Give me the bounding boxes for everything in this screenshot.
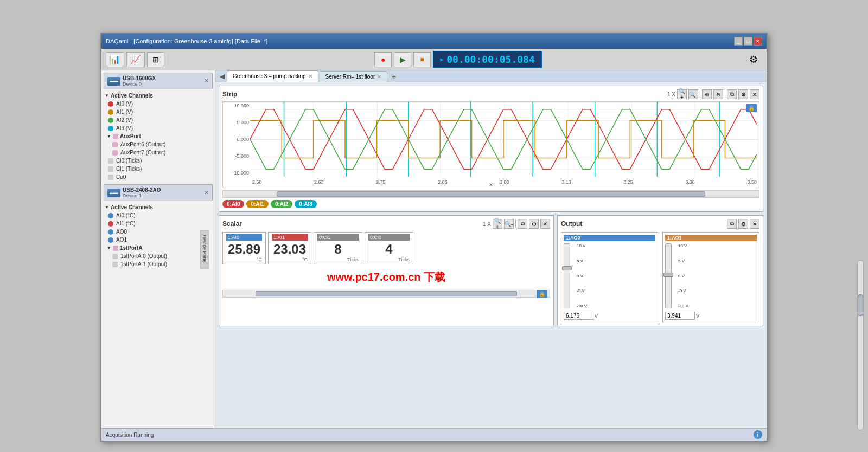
tab-add-button[interactable]: +	[388, 71, 399, 82]
scalar-scrollbar[interactable]: 🔒	[222, 290, 550, 298]
output-panel-controls: ⧉ ⚙ ✕	[727, 219, 760, 229]
channel-item-aux7: AuxPort:7 (Output)	[101, 148, 215, 157]
strip-zoom-out-button[interactable]: 🔍-	[688, 89, 698, 99]
device2-info: USB-2408-2AO Device 1	[123, 187, 161, 198]
badge-ai3[interactable]: 0:AI3	[295, 200, 316, 208]
output-scrollbar[interactable]	[857, 260, 864, 430]
scalar-copy-button[interactable]: ⧉	[518, 219, 527, 229]
status-text: Acquisition Running	[106, 432, 154, 438]
strip-zoom-in-button[interactable]: 🔍+	[677, 89, 687, 99]
ao0-slider-bar[interactable]	[564, 243, 570, 308]
strip-y-axis: 10.000 5.000 0.000 -5.000 -10.000	[223, 102, 250, 177]
play-button[interactable]: ▶	[394, 52, 411, 67]
d2-ao0-label: AO0	[116, 229, 127, 235]
output-copy-button[interactable]: ⧉	[727, 219, 737, 229]
device1-close-button[interactable]: ✕	[204, 78, 209, 85]
close-button[interactable]: ✕	[754, 37, 762, 46]
minimize-button[interactable]: _	[734, 37, 743, 46]
tab-greenhouse[interactable]: Greenhouse 3 – pump backup ✕	[227, 70, 318, 82]
status-info-icon: i	[757, 432, 759, 438]
ai1-color-dot	[108, 109, 113, 115]
x-325: 3.25	[623, 179, 633, 185]
stop-button[interactable]: ■	[413, 52, 431, 67]
scalar-ci0-header: 0:Ci0	[368, 234, 410, 241]
tab-back-button[interactable]: ◀	[218, 72, 227, 81]
add-math-button[interactable]: 📈	[126, 52, 145, 67]
device2-header: ▬▬ USB-2408-2AO Device 1 ✕	[104, 184, 213, 201]
scalar-values: 1:AI0 25.89 °C 1:AI1 23.03 °C 0:Ci1	[222, 232, 550, 264]
scalar-settings-button[interactable]: ⚙	[529, 219, 539, 229]
ao0-value-input[interactable]	[564, 312, 593, 320]
strip-chart-area: 10.000 5.000 0.000 -5.000 -10.000	[222, 101, 760, 188]
device2-close-button[interactable]: ✕	[204, 189, 209, 196]
record-button[interactable]: ●	[374, 52, 392, 67]
ao1-label-10n: -10 V	[678, 304, 688, 308]
scalar-zoom-out-button[interactable]: 🔍-	[504, 219, 514, 229]
channel-item-ai1: AI1 (V)	[101, 108, 215, 116]
output-close-button[interactable]: ✕	[750, 219, 760, 229]
scalar-scrollbar-thumb[interactable]	[256, 291, 517, 296]
aux7-color	[112, 150, 118, 156]
channel-item-d2-ai0: AI0 (°C)	[101, 211, 215, 219]
bottom-panels: Scalar 1 X 🔍+ 🔍- ⧉ ⚙ ✕	[219, 215, 763, 326]
add-channel-button[interactable]: 📊	[106, 52, 124, 67]
ao1-label-5n: -5 V	[678, 288, 688, 293]
auxport-arrow: ▼	[107, 134, 111, 139]
ao1-slider-bar[interactable]	[665, 243, 672, 308]
y-0: 0.000	[224, 137, 249, 142]
scalar-close-button[interactable]: ✕	[540, 219, 550, 229]
toolbar: 📊 📈 ⊞ ● ▶ ■ ▶ 00.00:00:05.084 ⚙	[101, 49, 767, 70]
channel-item-ai2: AI2 (V)	[101, 116, 215, 124]
config-button[interactable]: ⊞	[147, 52, 164, 67]
scalar-ai0-value: 25.89	[226, 242, 262, 257]
scalar-panel-controls: 1 X 🔍+ 🔍- ⧉ ⚙ ✕	[483, 219, 550, 229]
output-channels: 1:AO0 10 V 5 V 0 V	[561, 232, 760, 322]
strip-remove-channel-button[interactable]: ⊖	[713, 89, 723, 99]
output-scrollbar-thumb[interactable]	[858, 294, 863, 316]
ao1-value-input[interactable]	[665, 312, 695, 320]
ao0-slider-thumb[interactable]	[562, 266, 572, 270]
channel-item-ai3: AI3 (V)	[101, 124, 215, 132]
firstporta-arrow: ▼	[107, 246, 111, 250]
output-settings-button[interactable]: ⚙	[738, 219, 748, 229]
device-panel-label: Device Panel	[200, 230, 208, 268]
maximize-button[interactable]: □	[744, 37, 752, 46]
status-info-button[interactable]: i	[754, 430, 762, 439]
firstporta-color	[113, 246, 118, 251]
badge-ai1[interactable]: 0:AI1	[246, 200, 268, 208]
strip-settings-button[interactable]: ⚙	[738, 89, 748, 99]
badge-ai2[interactable]: 0:AI2	[271, 200, 292, 208]
ao0-label-0: 0 V	[577, 274, 587, 279]
strip-close-button[interactable]: ✕	[750, 89, 760, 99]
strip-panel-header: Strip 1 X 🔍+ 🔍- ⊕ ⊖ ⧉ ⚙ ✕	[222, 89, 760, 99]
tab-server[interactable]: Server Rm– 1st floor ✕	[320, 71, 388, 82]
active-channels-2-header[interactable]: ▼ Active Channels	[101, 203, 215, 211]
scalar-lock-icon[interactable]: 🔒	[537, 290, 547, 298]
ai0-label: AI0 (V)	[116, 101, 133, 107]
tab-server-close[interactable]: ✕	[377, 74, 381, 80]
badge-ai0[interactable]: 0:AI0	[222, 200, 244, 208]
d2-ai1-color	[108, 221, 113, 227]
config-icon: ⊞	[152, 55, 159, 64]
strip-scrollbar-thumb[interactable]	[277, 191, 705, 197]
device1-icon: ▬▬	[107, 77, 120, 86]
strip-copy-button[interactable]: ⧉	[727, 89, 737, 99]
firstporta-header[interactable]: ▼ 1stPortA	[101, 244, 215, 252]
auxport-header[interactable]: ▼ AuxPort	[101, 132, 215, 140]
scalar-panel-header: Scalar 1 X 🔍+ 🔍- ⧉ ⚙ ✕	[222, 219, 550, 229]
scalar-zoom-in-button[interactable]: 🔍+	[493, 219, 502, 229]
strip-lock-button[interactable]: 🔒	[746, 104, 757, 112]
strip-scrollbar[interactable]	[222, 190, 760, 198]
tab-greenhouse-close[interactable]: ✕	[308, 73, 312, 79]
active-channels-1-header[interactable]: ▼ Active Channels	[101, 92, 215, 100]
settings-button[interactable]: ⚙	[745, 52, 762, 67]
add-math-icon: 📈	[130, 54, 141, 64]
output-title: Output	[561, 220, 582, 228]
auxport-color	[113, 134, 118, 139]
scalar-ci1-box: 0:Ci1 8 Ticks	[314, 232, 362, 264]
ao0-channel: 1:AO0 10 V 5 V 0 V	[561, 232, 658, 322]
status-bar: Acquisition Running i	[101, 428, 767, 441]
ao1-slider-thumb[interactable]	[663, 273, 673, 277]
strip-add-channel-button[interactable]: ⊕	[702, 89, 712, 99]
aux6-label: AuxPort:6 (Output)	[120, 141, 165, 147]
